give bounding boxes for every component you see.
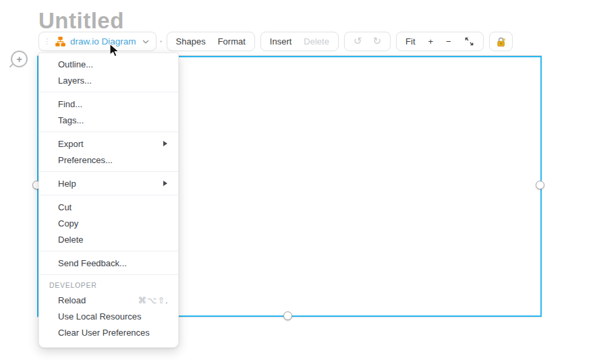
mouse-cursor-icon: [109, 43, 121, 59]
drawio-logo-icon: [55, 36, 65, 47]
diagram-menu-label: draw.io Diagram: [70, 36, 136, 47]
menu-item-label: Use Local Resources: [58, 312, 142, 321]
undo-icon[interactable]: ↺: [354, 36, 362, 47]
history-group: ↺ ↻: [344, 32, 391, 51]
menu-item-cut[interactable]: Cut: [39, 199, 178, 215]
zoom-in-magnifier-icon[interactable]: +: [11, 51, 28, 67]
reset-view-button[interactable]: [464, 36, 474, 47]
menu-item-preferences[interactable]: Preferences...: [39, 152, 178, 168]
menu-item-copy[interactable]: Copy: [39, 215, 178, 231]
resize-handle-right[interactable]: [536, 181, 544, 189]
menu-item-delete[interactable]: Delete: [39, 231, 178, 247]
menu-item-label: Layers...: [58, 76, 92, 85]
panel-toggle-group: Shapes Format: [167, 32, 255, 51]
fit-button[interactable]: Fit: [405, 37, 415, 46]
menu-group: DEVELOPERReload⌘⌥⇧,Use Local ResourcesCl…: [39, 274, 178, 344]
zoom-badge-plus: +: [16, 55, 22, 64]
menu-item-outline[interactable]: Outline...: [39, 56, 178, 72]
submenu-arrow-icon: [163, 141, 167, 146]
menu-item-clear-user-preferences[interactable]: Clear User Preferences: [39, 324, 178, 340]
menu-item-label: Preferences...: [58, 156, 113, 164]
redo-icon[interactable]: ↻: [372, 36, 381, 47]
drawio-app-window: Untitled + ⋮ draw.io Diagram: [0, 0, 591, 364]
insert-button[interactable]: Insert: [270, 37, 292, 46]
lock-group: [489, 32, 513, 51]
page-title: Untitled: [38, 8, 124, 34]
menu-item-export[interactable]: Export: [39, 135, 178, 152]
zoom-out-button[interactable]: −: [446, 37, 451, 46]
menu-item-reload[interactable]: Reload⌘⌥⇧,: [39, 292, 178, 308]
menu-item-help[interactable]: Help: [39, 175, 178, 191]
menu-item-label: Delete: [58, 235, 84, 244]
menu-group: ExportPreferences...: [39, 131, 178, 171]
menu-item-find[interactable]: Find...: [39, 96, 178, 112]
menu-group: CutCopyDelete: [39, 195, 178, 251]
menu-item-label: Reload: [58, 296, 86, 305]
toolbar-separator-dot: [160, 40, 162, 42]
submenu-arrow-icon: [163, 181, 167, 186]
menu-group: Find...Tags...: [39, 92, 178, 131]
menu-item-label: Find...: [58, 100, 82, 109]
menu-item-label: Clear User Preferences: [58, 328, 150, 337]
menu-item-label: Export: [58, 140, 84, 148]
menu-item-label: Cut: [58, 203, 72, 212]
delete-button[interactable]: Delete: [304, 37, 329, 46]
lock-button[interactable]: [495, 36, 507, 47]
menu-item-label: Help: [58, 179, 76, 188]
menu-item-tags[interactable]: Tags...: [39, 112, 178, 128]
menu-item-label: Copy: [58, 219, 78, 228]
menu-item-label: Outline...: [58, 60, 93, 69]
zoom-in-button[interactable]: +: [428, 37, 434, 46]
edit-group: Insert Delete: [260, 32, 339, 51]
menu-section-header: DEVELOPER: [39, 278, 178, 292]
menu-item-layers[interactable]: Layers...: [39, 72, 178, 88]
menu-item-label: Send Feedback...: [58, 259, 127, 268]
diagram-dropdown-menu: Outline...Layers...Find...Tags...ExportP…: [38, 53, 179, 348]
resize-handle-bottom[interactable]: [283, 311, 292, 320]
menu-item-send-feedback[interactable]: Send Feedback...: [39, 255, 178, 271]
chevron-down-icon: [142, 40, 149, 44]
menu-group: Outline...Layers...: [39, 53, 178, 92]
drag-grip-icon: ⋮: [43, 38, 51, 45]
diagonal-arrows-icon: [464, 36, 474, 47]
menu-item-label: Tags...: [58, 116, 84, 125]
menu-group: Send Feedback...: [39, 251, 178, 274]
zoom-group: Fit + −: [396, 32, 484, 51]
diagram-menu-button[interactable]: ⋮ draw.io Diagram: [38, 32, 157, 51]
lock-icon: [495, 36, 507, 47]
shapes-button[interactable]: Shapes: [176, 37, 206, 46]
menu-group: Help: [39, 171, 178, 195]
format-button[interactable]: Format: [218, 37, 246, 46]
menu-item-use-local-resources[interactable]: Use Local Resources: [39, 308, 178, 324]
menu-item-shortcut: ⌘⌥⇧,: [138, 295, 169, 305]
